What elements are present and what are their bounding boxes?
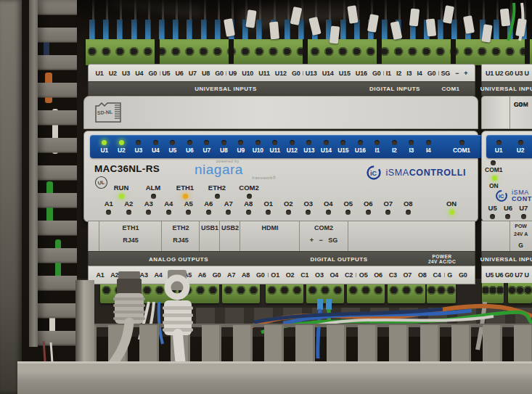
io-label: U6 bbox=[504, 204, 512, 212]
terminal-label: G0 bbox=[256, 271, 265, 279]
digital-outputs-label: DIGITAL OUTPUTS bbox=[269, 252, 409, 266]
port-sub-label: RJ45 bbox=[123, 237, 139, 244]
led-label: U15 bbox=[337, 147, 348, 154]
terminal-group: SG−+ bbox=[438, 70, 470, 77]
wiring-duct-fingers bbox=[38, 0, 77, 347]
u11-led bbox=[272, 140, 277, 145]
top-terminal-labels: U1U2U3U4G0U5U6U7U8G0U9U10U11U12G0U13U14U… bbox=[89, 65, 475, 82]
terminal-label: SG bbox=[441, 70, 450, 77]
i1-led bbox=[375, 140, 380, 145]
terminal-block bbox=[306, 282, 344, 303]
led-column: U5 bbox=[164, 140, 181, 154]
led-column: U11 bbox=[266, 140, 284, 154]
o8-led bbox=[406, 210, 411, 215]
universal-inputs-label: UNIVERSAL INPU bbox=[482, 82, 532, 95]
cabinet-side-panel bbox=[0, 0, 22, 394]
isma-wordmark: iSMACONTROLLI bbox=[385, 168, 466, 178]
io-led-column: O5 bbox=[338, 200, 359, 215]
terminal-label: U16 bbox=[356, 70, 367, 77]
terminal-label: G0 bbox=[292, 70, 300, 77]
led-column: U2 bbox=[113, 140, 131, 154]
terminal-label: U3 bbox=[515, 70, 523, 77]
terminal-label: A8 bbox=[242, 271, 250, 279]
terminal-label: G0 bbox=[125, 271, 134, 279]
wiring-duct-bottom bbox=[17, 361, 532, 394]
power-label: POWER 24V AC/DC bbox=[409, 252, 475, 266]
isma-icon: iC bbox=[366, 165, 382, 181]
status-label: ETH2 bbox=[208, 184, 226, 192]
device-top-housing: SD-NL bbox=[83, 96, 478, 129]
terminal-label: U bbox=[525, 271, 529, 279]
io-label: O6 bbox=[364, 200, 373, 208]
a7-led bbox=[226, 210, 231, 215]
io-led-column: U7 bbox=[516, 204, 531, 219]
o3-led bbox=[306, 210, 311, 215]
o5-led bbox=[345, 210, 351, 215]
io-label: A2 bbox=[124, 200, 133, 208]
terminal-label: U1 bbox=[96, 70, 104, 77]
terminal-label: G0 bbox=[459, 271, 467, 279]
status-column: ETH1 bbox=[174, 184, 196, 199]
a5-led bbox=[186, 210, 191, 215]
cable-label-tag bbox=[409, 8, 420, 26]
status-label: ETH1 bbox=[176, 184, 194, 192]
terminal-group: U5U6G0U7U bbox=[485, 271, 530, 279]
bottom-section-bar: UNIVERSAL INPU bbox=[481, 251, 532, 267]
terminal-block bbox=[100, 282, 138, 303]
input-led-bar: U1U2U3U4U5U6U7U8U9U10U11U12U13U14U15U16I… bbox=[90, 135, 483, 158]
led-column: U14 bbox=[318, 140, 335, 154]
terminal-label: I1 bbox=[386, 70, 391, 77]
terminal-label: U7 bbox=[515, 271, 523, 279]
terminal-label: A2 bbox=[110, 271, 118, 279]
port-sub-label: RJ45 bbox=[173, 237, 189, 244]
u14-led bbox=[324, 140, 329, 145]
terminal-block bbox=[181, 282, 219, 303]
front-panel: U1U2U3 COM1 ON iC iSMA CONTR U5U6U7 bbox=[481, 131, 532, 222]
isma-controlli-logo: iC iSMACONTROLLI bbox=[366, 165, 466, 181]
status-column: ETH2 bbox=[206, 184, 228, 199]
terminal-blocks-top bbox=[86, 39, 532, 65]
terminal-label: G0 bbox=[505, 70, 514, 77]
port-eth1: ETH1RJ45 bbox=[99, 221, 162, 252]
status-column: COM2 bbox=[238, 184, 260, 199]
terminal-group: O1O2C1O3O4C2 bbox=[268, 271, 356, 279]
terminal-group: U1U2G0U3U bbox=[485, 70, 530, 77]
led-label: U7 bbox=[203, 147, 210, 154]
a3-led bbox=[146, 210, 151, 215]
bottom-terminal-strip: U5U6G0U7U bbox=[481, 266, 532, 283]
wiring-duct-fingers-bottom bbox=[77, 325, 532, 364]
io-label: O1 bbox=[263, 200, 273, 208]
led-column: I1 bbox=[369, 140, 386, 154]
top-terminal-strip: U1U2G0U3U bbox=[481, 64, 532, 83]
svg-text:iC: iC bbox=[370, 170, 377, 177]
terminal-label: U8 bbox=[202, 70, 210, 77]
terminal-block bbox=[482, 282, 504, 303]
terminal-label: O3 bbox=[315, 271, 324, 279]
a6-led bbox=[206, 210, 211, 215]
led-label: U3 bbox=[135, 147, 142, 154]
o4-led bbox=[326, 210, 331, 215]
led-label: U11 bbox=[269, 147, 280, 154]
isma-controlli-logo: iC iSMA CONTR bbox=[495, 189, 532, 202]
u6-led bbox=[187, 140, 192, 145]
output-led-row: A1A2A3A4A5A6A7A8O1O2O3O4O5O6O7O8ON bbox=[99, 200, 466, 215]
terminal-block bbox=[222, 282, 260, 303]
terminal-label: O6 bbox=[374, 271, 382, 279]
led-column: U9 bbox=[232, 140, 250, 154]
terminal-label: C2 bbox=[345, 271, 353, 279]
terminal-label: G0 bbox=[213, 271, 221, 279]
led-label: I4 bbox=[426, 147, 431, 154]
port-label: HDMI bbox=[262, 224, 279, 231]
bottom-terminal-labels: U5U6G0U7U bbox=[482, 266, 532, 283]
cable-label-tag bbox=[500, 8, 510, 26]
on-led-column: ON bbox=[437, 200, 466, 215]
power-line1: POW bbox=[515, 223, 527, 229]
io-led-column: A6 bbox=[199, 200, 219, 215]
terminal-label: I3 bbox=[406, 70, 412, 77]
divider bbox=[510, 221, 510, 252]
com1-label: COM1 bbox=[485, 166, 503, 173]
terminal-label: C1 bbox=[300, 271, 308, 279]
io-led-column: U5 bbox=[485, 204, 500, 219]
terminal-group: A5A6G0A7A8G0 bbox=[180, 271, 267, 279]
port-com2: COM2+ − SG bbox=[299, 221, 348, 252]
